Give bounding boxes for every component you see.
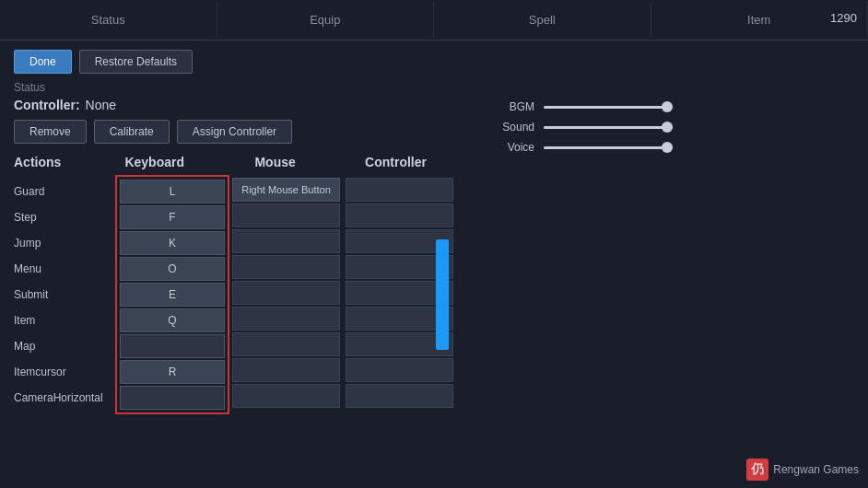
ctrl-guard[interactable] (346, 178, 453, 202)
tab-equip[interactable]: Equip (217, 2, 435, 38)
key-step[interactable]: F (120, 205, 225, 229)
ctrl-step[interactable] (346, 203, 453, 227)
controller-label: Controller: (14, 98, 80, 112)
action-guard: Guard (14, 180, 115, 203)
mouse-map[interactable] (232, 332, 340, 356)
action-camerahorizontal: CameraHorizontal (14, 386, 115, 410)
action-item: Item (14, 308, 115, 332)
voice-label: Voice (493, 141, 534, 154)
controller-scrollbar[interactable] (436, 239, 449, 350)
bgm-slider[interactable] (544, 106, 673, 109)
watermark-text: Rengwan Games (773, 463, 859, 476)
action-submit: Submit (14, 283, 115, 307)
key-map[interactable] (120, 334, 225, 358)
mouse-itemcursor[interactable] (232, 358, 340, 382)
mouse-guard[interactable]: Right Mouse Button (232, 178, 340, 202)
action-map: Map (14, 334, 115, 358)
key-guard[interactable]: L (120, 180, 225, 203)
controller-column (343, 175, 456, 414)
key-itemcursor[interactable]: R (120, 360, 225, 384)
action-names-column: Guard Step Jump Menu Submit Item Map Ite… (14, 175, 115, 414)
keyboard-column: L F K O E Q R (115, 175, 229, 414)
bgm-slider-thumb (662, 101, 673, 112)
key-submit[interactable]: E (120, 283, 225, 307)
toolbar: Done Restore Defaults (14, 50, 456, 74)
status-label: Status (14, 81, 456, 94)
controller-buttons: Remove Calibrate Assign Controller (14, 120, 456, 144)
ctrl-itemcursor[interactable] (346, 358, 453, 382)
mouse-column: Right Mouse Button (229, 175, 343, 414)
assign-controller-button[interactable]: Assign Controller (177, 120, 292, 144)
mouse-step[interactable] (232, 203, 340, 227)
controller-value: None (86, 98, 116, 112)
mouse-jump[interactable] (232, 229, 340, 253)
columns-header: Actions Keyboard Mouse Controller (14, 155, 456, 169)
controller-row: Controller: None (14, 98, 456, 112)
left-panel: Done Restore Defaults Status Controller:… (0, 41, 470, 488)
voice-row: Voice (493, 141, 854, 154)
action-menu: Menu (14, 257, 115, 281)
restore-defaults-button[interactable]: Restore Defaults (79, 50, 193, 74)
main-content: Done Restore Defaults Status Controller:… (0, 41, 868, 488)
voice-slider[interactable] (544, 146, 673, 149)
item-counter: 1290 (830, 11, 857, 25)
sound-label: Sound (493, 121, 534, 134)
key-camerahorizontal[interactable] (120, 386, 225, 410)
top-navigation: Status Equip Spell Item 1290 (0, 0, 868, 41)
col-header-keyboard: Keyboard (94, 155, 215, 169)
key-jump[interactable]: K (120, 231, 225, 255)
action-jump: Jump (14, 231, 115, 255)
watermark-icon: 仍 (746, 459, 768, 481)
sound-row: Sound (493, 121, 854, 134)
watermark: 仍 Rengwan Games (746, 459, 859, 481)
tab-status[interactable]: Status (0, 2, 217, 38)
mouse-submit[interactable] (232, 281, 340, 305)
key-item[interactable]: Q (120, 308, 225, 332)
bgm-label: BGM (493, 100, 534, 113)
action-step: Step (14, 205, 115, 229)
col-header-mouse: Mouse (215, 155, 335, 169)
ctrl-camerahorizontal[interactable] (346, 384, 453, 408)
done-button[interactable]: Done (14, 50, 72, 74)
action-itemcursor: Itemcursor (14, 360, 115, 384)
sound-slider-thumb (662, 122, 673, 133)
actions-table: Guard Step Jump Menu Submit Item Map Ite… (14, 175, 456, 414)
col-header-actions: Actions (14, 155, 94, 169)
calibrate-button[interactable]: Calibrate (94, 120, 170, 144)
key-menu[interactable]: O (120, 257, 225, 281)
audio-section: BGM Sound Voice (484, 100, 854, 154)
mouse-item[interactable] (232, 307, 340, 331)
remove-button[interactable]: Remove (14, 120, 87, 144)
voice-slider-thumb (662, 142, 673, 153)
tab-spell[interactable]: Spell (434, 2, 651, 38)
bgm-row: BGM (493, 100, 854, 113)
col-header-controller: Controller (335, 155, 456, 169)
mouse-camerahorizontal[interactable] (232, 384, 340, 408)
mouse-menu[interactable] (232, 255, 340, 279)
sound-slider[interactable] (544, 126, 673, 129)
right-panel: BGM Sound Voice 仍 Rengwan Games (470, 41, 868, 488)
